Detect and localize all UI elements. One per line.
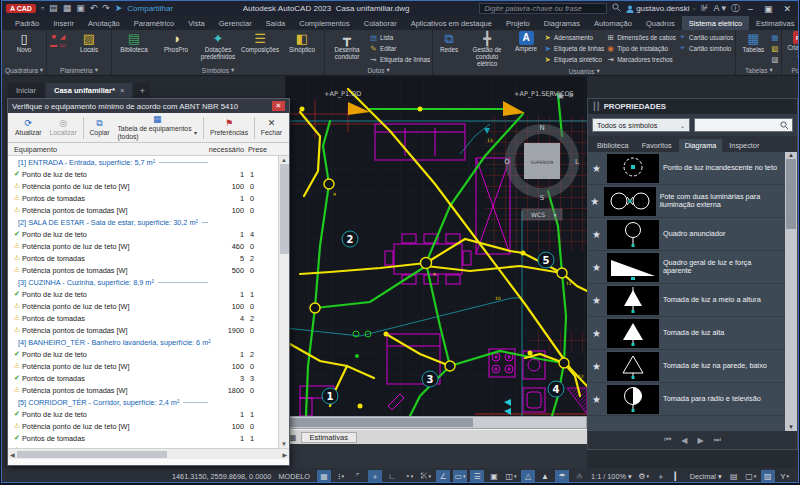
desenha-condutor-button[interactable]: ┳ Desenha condutor: [327, 31, 367, 60]
last-page-icon[interactable]: ⏭: [714, 435, 721, 445]
tabelas-small-icons[interactable]: ▦ ▧ ▨: [770, 31, 779, 64]
redo-icon[interactable]: ↷: [102, 4, 110, 13]
table-row[interactable]: [5] CORRIDOR_TÉR - Corridor, superfície:…: [8, 396, 278, 408]
ribbon-tab[interactable]: Inserir: [46, 16, 81, 30]
novo-button[interactable]: ▯ Novo: [4, 31, 44, 53]
symbol-item[interactable]: ★ Ponto de luz incandescente no teto: [588, 152, 785, 185]
table-row[interactable]: Potência ponto de luz de teto [W] 100 0: [8, 360, 278, 372]
table-header[interactable]: Equipamento necessário Prese: [8, 143, 289, 156]
app-logo[interactable]: A CAD: [6, 4, 36, 13]
table-row[interactable]: Ponto de luz de teto 1 1: [8, 288, 278, 300]
group-label[interactable]: Quadratura▾: [4, 65, 44, 75]
table-row[interactable]: Potência pontos de tomadas [W] 100 0: [8, 204, 278, 216]
favorite-star-icon[interactable]: ★: [590, 394, 603, 405]
tipo-instalacao-button[interactable]: ◉ Tipo de instalação: [606, 43, 676, 53]
etiqueta-linhas2-button[interactable]: ➤ Etiqueta de linhas: [543, 43, 604, 53]
annotation-scale[interactable]: 1:1 / 100% ▾: [589, 472, 634, 481]
dialog-hscrollbar[interactable]: ◀▶: [8, 448, 289, 459]
symbol-item[interactable]: ★ Tomada de luz a meio a altura: [588, 284, 785, 317]
signin-user[interactable]: gustavo.denski▾: [626, 4, 695, 13]
group-label[interactable]: Tabelas▾: [738, 65, 779, 75]
table-row[interactable]: Ponto de luz de teto 1 1: [8, 168, 278, 180]
prev-page-icon[interactable]: ◀: [681, 436, 687, 445]
table-row[interactable]: [2] SALA DE ESTAR - Sala de estar, super…: [8, 216, 278, 228]
gestao-conduto-button[interactable]: ╋ Gestão de conduto elétrico: [465, 31, 509, 67]
ribbon-tab[interactable]: Saída: [259, 16, 293, 30]
sinoptico-button[interactable]: ◧ Sinóptico: [282, 31, 322, 53]
properties-tab[interactable]: Diagrama: [679, 139, 723, 152]
ortho-mode-icon[interactable]: ∟: [385, 470, 399, 483]
isolate-objects-icon[interactable]: ▨: [761, 470, 775, 483]
symbol-item[interactable]: ★ Pote com duas luminárias para iluminaç…: [588, 185, 785, 218]
viewport-window-controls[interactable]: ‒▣✕: [547, 92, 574, 100]
favorite-star-icon[interactable]: ★: [590, 295, 603, 306]
symbol-list-vscrollbar[interactable]: ▲▼: [785, 152, 797, 431]
symbol-search-input[interactable]: [694, 118, 793, 132]
properties-header[interactable]: ┃┃ PROPRIEDADES: [588, 99, 797, 114]
table-row[interactable]: [1] ENTRADA - Entrada, superfície: 5,7 m…: [8, 156, 278, 168]
ribbon-tab[interactable]: Complementos: [292, 16, 356, 30]
drawing-viewport[interactable]: 9 9 13 10 11 12 1 2: [285, 76, 587, 468]
viewport-hscrollbar[interactable]: [285, 416, 587, 429]
transparency-icon[interactable]: ▣: [487, 470, 501, 483]
table-row[interactable]: Pontos de tomadas 5 2: [8, 252, 278, 264]
table-row[interactable]: Potência ponto de luz de teto [W] 460 0: [8, 240, 278, 252]
ribbon-tab[interactable]: Colaborar: [357, 16, 404, 30]
clean-screen-icon[interactable]: ❖: [795, 470, 798, 483]
table-row[interactable]: [3] CUZINHA - Cuzinha, superfície: 8,9 m…: [8, 276, 278, 288]
dynamic-input-icon[interactable]: ＋: [368, 470, 382, 483]
autodesk-menu-icon[interactable]: A ▾: [713, 4, 726, 13]
favorite-star-icon[interactable]: ★: [590, 229, 603, 240]
phospro-button[interactable]: ◑ PhosPro: [156, 31, 196, 53]
file-tab-document[interactable]: Casa unifamiliar* ×: [46, 83, 132, 98]
symbol-item[interactable]: ★ Tomada de luz alta: [588, 317, 785, 350]
close-button[interactable]: ✕: [780, 4, 794, 14]
etiqueta-sintetico-button[interactable]: ➤ Etiqueta sintético: [543, 54, 604, 64]
symbol-filter-select[interactable]: Todos os símbolos⌄: [592, 118, 690, 132]
properties-tab[interactable]: Favoritos: [636, 139, 678, 152]
layout-grid-icon[interactable]: ▦: [289, 433, 297, 442]
dotacoes-button[interactable]: ✦ Dotações predefinidos: [198, 31, 238, 60]
cad-canvas[interactable]: 9 9 13 10 11 12 1 2: [285, 76, 587, 416]
print-icon[interactable]: ▣: [76, 4, 85, 13]
favorite-star-icon[interactable]: ★: [590, 196, 600, 207]
units-select[interactable]: Decimal ▾: [688, 472, 724, 481]
ribbon-tab[interactable]: Anotação: [81, 16, 127, 30]
properties-tab[interactable]: Biblioteca: [591, 139, 635, 152]
editar-button[interactable]: ✎ Editar: [369, 43, 430, 53]
table-row[interactable]: Potência pontos de tomadas [W] 500 0: [8, 264, 278, 276]
ribbon-tab[interactable]: Estimativas: [749, 16, 799, 30]
restore-button[interactable]: ▣: [761, 4, 776, 14]
symbol-item[interactable]: ★ Tomada de luz na parede, baixo: [588, 350, 785, 383]
table-row[interactable]: Potência pontos de tomadas [W] 100 0: [8, 444, 278, 448]
table-row[interactable]: Potência ponto de luz de teto [W] 100 0: [8, 180, 278, 192]
ampere-button[interactable]: A Ampère: [511, 31, 541, 52]
file-tab-start[interactable]: Iniciar: [8, 83, 44, 98]
selection-cycling-icon[interactable]: ◫: [504, 470, 518, 483]
biblioteca-button[interactable]: ▤ Biblioteca: [114, 31, 154, 53]
ribbon-tab[interactable]: Vista: [181, 16, 212, 30]
table-row[interactable]: Potência ponto de luz de teto [W] 100 0: [8, 300, 278, 312]
table-vscrollbar[interactable]: ▲▼: [278, 156, 289, 448]
new-tab-button[interactable]: +: [134, 83, 150, 98]
table-row[interactable]: Ponto de luz de teto 1 1: [8, 408, 278, 420]
grid-icon[interactable]: ▦: [317, 470, 331, 483]
lineweight-icon[interactable]: ☰: [470, 470, 484, 483]
table-row[interactable]: Potência pontos de tomadas [W] 1900 0: [8, 324, 278, 336]
copiar-button[interactable]: ⧉ Copiar: [85, 118, 113, 137]
locais-button[interactable]: ▨ Locais: [69, 31, 109, 53]
marcadores-button[interactable]: ⇥ Marcadores trechos: [606, 54, 676, 64]
dimensoes-cabos-button[interactable]: ⊞ Dimensões de cabos: [606, 32, 676, 42]
etiqueta-linhas-button[interactable]: ⊸ Etiqueta de linhas: [369, 54, 430, 64]
group-label[interactable]: Usuários▾: [435, 67, 733, 75]
annotation-monitor-icon[interactable]: ＋: [654, 470, 668, 483]
table-row[interactable]: [4] BANHEIRO_TÉR - Banheiro lavanderia, …: [8, 336, 278, 348]
favorite-star-icon[interactable]: ★: [590, 361, 603, 372]
object-snap-icon[interactable]: ▭: [453, 470, 467, 483]
ribbon-tab[interactable]: Projeto: [499, 16, 537, 30]
table-row[interactable]: Potência ponto de luz de teto [W] 100 0: [8, 420, 278, 432]
properties-tab[interactable]: Inspector: [723, 139, 765, 152]
dialog-close-button[interactable]: ✕: [272, 101, 285, 111]
dialog-title-bar[interactable]: Verifique o equipamento mínimo de acordo…: [8, 99, 289, 113]
symbol-item[interactable]: ★ Quadro geral de luz e força aparente: [588, 251, 785, 284]
